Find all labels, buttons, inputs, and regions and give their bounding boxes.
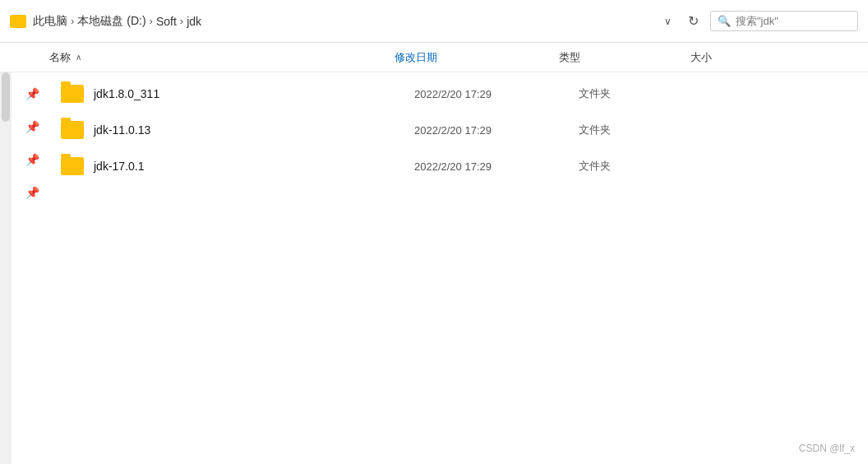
address-controls: ∨ ↻ (659, 10, 704, 32)
file-name-3: jdk-17.0.1 (94, 160, 414, 173)
watermark: CSDN @lf_x (799, 443, 855, 454)
file-name-2: jdk-11.0.13 (94, 123, 414, 137)
folder-icon (10, 15, 26, 28)
left-scrollbar[interactable] (2, 72, 10, 122)
col-size-label: 大小 (690, 51, 712, 63)
address-bar: 此电脑 › 本地磁盘 (D:) › Soft › jdk ∨ ↻ 🔍 (0, 0, 868, 43)
breadcrumb-soft[interactable]: Soft (156, 15, 177, 28)
breadcrumb-sep-3: › (180, 15, 183, 27)
file-date-1: 2022/2/20 17:29 (414, 88, 579, 100)
table-row[interactable]: jdk-17.0.1 2022/2/20 17:29 文件夹 (53, 148, 868, 184)
main-content: 📌 📌 📌 📌 jdk1.8.0_311 2022/2/20 17:29 文件夹… (0, 72, 868, 464)
breadcrumb-local-disk[interactable]: 本地磁盘 (D:) (77, 14, 145, 29)
col-type-header[interactable]: 类型 (559, 50, 690, 65)
search-icon: 🔍 (718, 15, 731, 27)
table-row[interactable]: jdk-11.0.13 2022/2/20 17:29 文件夹 (53, 112, 868, 148)
breadcrumb-sep-2: › (150, 15, 153, 27)
col-name-label: 名称 (49, 50, 71, 65)
col-name-header[interactable]: 名称 ∧ (49, 50, 395, 65)
sort-arrow-icon: ∧ (76, 53, 81, 62)
file-name-1: jdk1.8.0_311 (94, 87, 414, 100)
pin-icon-4[interactable]: 📌 (24, 186, 40, 202)
col-size-header[interactable]: 大小 (690, 50, 819, 65)
breadcrumb-sep-1: › (71, 15, 74, 27)
search-box[interactable]: 🔍 (710, 11, 858, 31)
dropdown-button[interactable]: ∨ (659, 12, 676, 30)
pin-column: 📌 📌 📌 📌 (12, 72, 53, 464)
refresh-button[interactable]: ↻ (683, 10, 704, 32)
pin-icon-3[interactable]: 📌 (24, 153, 40, 169)
folder-icon-row3 (61, 157, 84, 175)
column-headers: 名称 ∧ 修改日期 类型 大小 (0, 43, 868, 72)
scrollbar-wrapper (0, 72, 12, 464)
file-date-2: 2022/2/20 17:29 (414, 124, 579, 137)
search-input[interactable] (736, 15, 843, 27)
pin-icon-2[interactable]: 📌 (24, 120, 40, 137)
file-type-3: 文件夹 (579, 159, 710, 174)
col-date-header[interactable]: 修改日期 (395, 50, 559, 65)
table-row[interactable]: jdk1.8.0_311 2022/2/20 17:29 文件夹 (53, 76, 868, 112)
breadcrumb-jdk[interactable]: jdk (187, 15, 201, 28)
breadcrumb-this-pc[interactable]: 此电脑 (33, 14, 67, 29)
breadcrumb: 此电脑 › 本地磁盘 (D:) › Soft › jdk (33, 14, 653, 29)
file-list: jdk1.8.0_311 2022/2/20 17:29 文件夹 jdk-11.… (53, 72, 868, 464)
file-date-3: 2022/2/20 17:29 (414, 160, 579, 173)
file-type-1: 文件夹 (579, 86, 710, 101)
pin-icon-1[interactable]: 📌 (24, 87, 40, 104)
col-date-label: 修改日期 (395, 51, 437, 63)
folder-icon-row1 (61, 85, 84, 103)
col-type-label: 类型 (559, 51, 580, 63)
file-type-2: 文件夹 (579, 123, 710, 137)
folder-icon-row2 (61, 121, 84, 139)
